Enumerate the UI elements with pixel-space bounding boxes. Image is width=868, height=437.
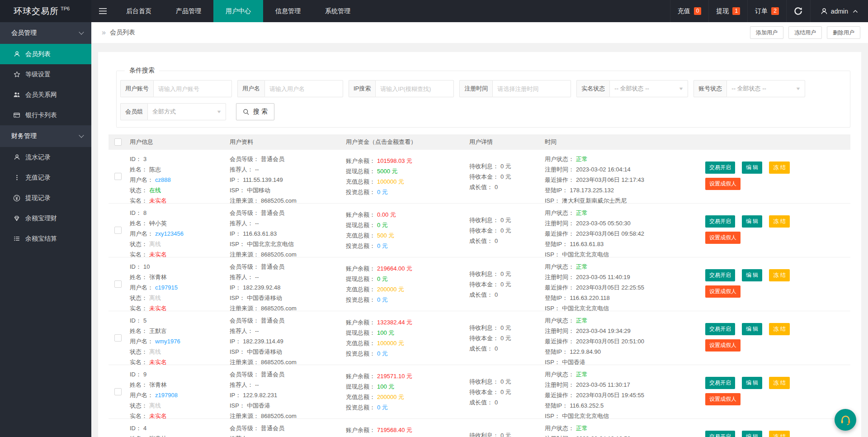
counter-withdraw[interactable]: 提现1 (708, 0, 747, 22)
search-input-reg-time[interactable] (492, 80, 571, 97)
action-edit-button[interactable]: 编 辑 (742, 377, 762, 389)
field-label: 账户余额： (346, 211, 375, 218)
action-edit-button[interactable]: 编 辑 (742, 323, 762, 335)
star-icon (13, 71, 20, 78)
search-input-ip[interactable] (375, 80, 454, 97)
action-edit-button[interactable]: 编 辑 (742, 162, 762, 174)
action-trade-toggle-button[interactable]: 交易开启 (705, 377, 735, 389)
field-label: IP： (230, 176, 241, 183)
action-edit-button[interactable]: 编 辑 (742, 269, 762, 281)
sidebar-item-yuebao-invest[interactable]: 余额宝理财 (0, 208, 91, 228)
page-action-add-user[interactable]: 添加用户 (750, 26, 783, 39)
menu-item-product-mgmt[interactable]: 产品管理 (164, 0, 213, 22)
row-field-isp: ISP：中国北京北京电信 (230, 239, 346, 249)
action-trade-toggle-button[interactable]: 交易开启 (705, 323, 735, 335)
hamburger-icon[interactable] (91, 0, 114, 22)
sidebar-item-member-list[interactable]: 会员列表 (0, 44, 91, 64)
refresh-icon[interactable] (786, 0, 810, 22)
page-action-freeze-user[interactable]: 冻结用户 (788, 26, 822, 39)
field-label: 提现总额： (346, 222, 375, 228)
select-all-checkbox[interactable] (114, 138, 122, 146)
action-trade-toggle-button[interactable]: 交易开启 (705, 431, 735, 437)
row-field-balance: 账户余额：219664.00 元 (346, 263, 469, 274)
search-button[interactable]: 搜 索 (236, 103, 274, 120)
actions-cell: 交易开启编 辑冻 结设置成假人 (705, 150, 850, 203)
menu-item-dashboard-home[interactable]: 后台首页 (114, 0, 164, 22)
action-edit-button[interactable]: 编 辑 (742, 431, 762, 437)
sidebar-group-finance-mgmt[interactable]: 财务管理 (0, 125, 91, 147)
action-edit-button[interactable]: 编 辑 (742, 215, 762, 228)
field-label: 最近操作： (545, 230, 574, 237)
action-trade-toggle-button[interactable]: 交易开启 (705, 162, 735, 174)
menu-item-system-mgmt[interactable]: 系统管理 (313, 0, 363, 22)
field-value: 0 (495, 345, 498, 352)
field-value: 2023年03月05日 22:25:55 (576, 284, 644, 291)
sidebar-item-yuebao-settle[interactable]: 余额宝结算 (0, 228, 91, 249)
field-label: 注册时间： (545, 328, 574, 334)
action-freeze-button[interactable]: 冻 结 (769, 431, 789, 437)
user-menu[interactable]: admin (810, 0, 868, 22)
row-field-ip: IP：182.239.92.48 (230, 282, 346, 293)
action-freeze-button[interactable]: 冻 结 (769, 323, 789, 335)
sidebar-item-flow-records[interactable]: 流水记录 (0, 147, 91, 167)
row-checkbox[interactable] (114, 280, 122, 288)
row-checkbox[interactable] (114, 388, 122, 395)
sidebar-item-bank-card-list[interactable]: 银行卡列表 (0, 105, 91, 125)
field-value: 0 元 (500, 378, 511, 385)
menu-item-info-mgmt[interactable]: 信息管理 (263, 0, 313, 22)
action-freeze-button[interactable]: 冻 结 (769, 215, 789, 228)
sidebar-item-level-settings[interactable]: 等级设置 (0, 64, 91, 85)
table-col-user-info: 用户信息 (130, 138, 230, 146)
row-checkbox[interactable] (114, 227, 122, 234)
field-value: 普通会员 (261, 209, 284, 216)
row-checkbox-cell (108, 419, 130, 437)
action-set-fake-button[interactable]: 设置成假人 (705, 339, 741, 352)
action-trade-toggle-button[interactable]: 交易开启 (705, 215, 735, 228)
field-value: 178.173.225.132 (570, 187, 614, 194)
search-select-realname-status[interactable]: -- 全部状态 --▼ (609, 80, 688, 97)
row-field-source: 注册来源：8685205.com (230, 303, 346, 311)
field-value: 0 元 (377, 404, 388, 411)
page-action-delete-user[interactable]: 删除用户 (827, 26, 860, 39)
sidebar-item-recharge-records[interactable]: 充值记录 (0, 167, 91, 188)
search-select-account-status[interactable]: -- 全部状态 --▼ (726, 80, 805, 97)
table-col-user-details: 用户详情 (469, 138, 545, 146)
field-value: 在线 (149, 187, 161, 194)
search-input-account[interactable] (153, 80, 232, 97)
action-set-fake-button[interactable]: 设置成假人 (705, 285, 741, 298)
action-set-fake-button[interactable]: 设置成假人 (705, 393, 741, 405)
row-field-referrer: 推荐人：-- (230, 272, 346, 282)
row-field-login-ip: 登陆IP：116.63.252.5 (545, 400, 705, 411)
time-cell: 用户状态：正常注册时间：2023-03-04 19:34:29最近操作：2023… (545, 311, 705, 365)
row-checkbox[interactable] (114, 334, 122, 342)
field-value: 122.9.84.90 (570, 348, 601, 355)
sidebar-item-withdraw-records[interactable]: 提现记录 (0, 188, 91, 208)
search-select-member-group[interactable]: 全部方式▼ (147, 103, 226, 120)
user-funds-cell: 账户余额：0.00 元提现总额：0 元充值总额：500 元投资总额：0 元 (346, 204, 469, 257)
search-input-username[interactable] (264, 80, 343, 97)
action-freeze-button[interactable]: 冻 结 (769, 269, 789, 281)
row-field-invest: 投资总额：0 元 (346, 348, 469, 359)
row-checkbox[interactable] (114, 173, 122, 180)
field-value: 8685205.com (261, 359, 297, 365)
counter-recharge[interactable]: 充值0 (670, 0, 709, 22)
menu-item-user-center[interactable]: 用户中心 (213, 0, 263, 22)
action-freeze-button[interactable]: 冻 结 (769, 377, 789, 389)
field-value: 陈志 (149, 166, 161, 173)
action-set-fake-button[interactable]: 设置成假人 (705, 232, 741, 244)
sidebar-group-member-mgmt[interactable]: 会员管理 (0, 22, 91, 44)
counter-orders[interactable]: 订单2 (747, 0, 786, 22)
action-set-fake-button[interactable]: 设置成假人 (705, 178, 741, 190)
action-line-1: 交易开启编 辑冻 结 (705, 162, 850, 174)
customer-service-float-button[interactable] (835, 409, 856, 431)
field-label: 状态： (130, 294, 147, 301)
table-row: ID：3姓名：陈志用户名：cz888状态：在线实名：未实名会员等级：普通会员推荐… (108, 150, 850, 204)
action-trade-toggle-button[interactable]: 交易开启 (705, 269, 735, 281)
action-freeze-button[interactable]: 冻 结 (769, 162, 789, 174)
field-label: 提现总额： (346, 383, 375, 390)
field-label: 提现总额： (346, 329, 375, 336)
sidebar-item-member-network[interactable]: 会员关系网 (0, 85, 91, 105)
row-field-withdraw: 提现总额：5000 元 (346, 166, 469, 176)
field-label: 实名： (130, 413, 147, 418)
field-value: 116.63.252.5 (570, 402, 604, 409)
